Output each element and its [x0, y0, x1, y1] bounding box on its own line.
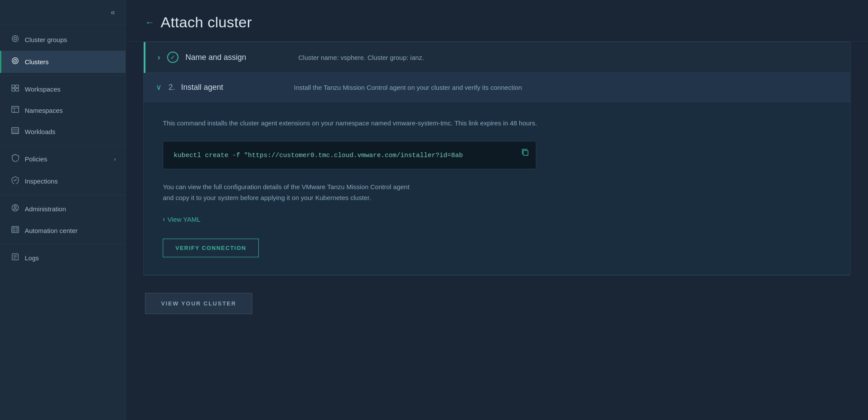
sidebar-item-workspaces-label: Workspaces — [25, 85, 60, 93]
namespaces-icon — [11, 106, 20, 115]
svg-rect-22 — [16, 230, 18, 231]
step2-number: 2. — [168, 83, 175, 92]
sidebar-item-cluster-groups[interactable]: Cluster groups — [0, 29, 125, 51]
policies-arrow-icon: › — [114, 156, 116, 162]
svg-rect-20 — [16, 228, 18, 229]
workloads-icon — [11, 127, 20, 136]
sidebar-item-workloads[interactable]: Workloads — [0, 121, 125, 142]
sidebar-item-namespaces-label: Namespaces — [25, 107, 63, 114]
sidebar: « Cluster groups Clusters — [0, 0, 126, 420]
step1-row[interactable]: › ✓ Name and assign Cluster name: vspher… — [144, 42, 850, 73]
workspaces-icon — [11, 85, 20, 94]
step2-body-description: This command installs the cluster agent … — [163, 118, 640, 129]
cluster-groups-icon — [11, 35, 20, 45]
step2-label: Install agent — [181, 83, 277, 92]
collapse-sidebar-button[interactable]: « — [107, 6, 119, 19]
sidebar-item-automation-center[interactable]: Automation center — [0, 220, 125, 241]
step2-description: Install the Tanzu Mission Control agent … — [294, 84, 522, 91]
main-content: ← Attach cluster › ✓ Name and assign Clu… — [126, 0, 868, 420]
step1-indicator-bar — [144, 42, 145, 73]
sidebar-item-administration[interactable]: Administration — [0, 198, 125, 220]
sidebar-divider-3 — [0, 195, 125, 195]
svg-rect-7 — [12, 89, 15, 91]
step1-wrapper: › ✓ Name and assign Cluster name: vspher… — [144, 42, 850, 73]
step2-wrapper: ∨ 2. Install agent Install the Tanzu Mis… — [144, 73, 850, 275]
sidebar-nav: Cluster groups Clusters — [0, 25, 125, 420]
code-box: kubectl create -f "https://customer0.tmc… — [163, 141, 536, 169]
step2-full-config-text: You can view the full configuration deta… — [163, 181, 640, 203]
sidebar-item-logs-label: Logs — [25, 254, 39, 262]
step2-toggle-icon: ∨ — [156, 82, 162, 92]
sidebar-item-administration-label: Administration — [25, 205, 66, 213]
view-yaml-link[interactable]: › View YAML — [163, 216, 831, 223]
page-title: Attach cluster — [161, 14, 252, 31]
copy-icon[interactable] — [521, 148, 529, 158]
kubectl-command: kubectl create -f "https://customer0.tmc… — [174, 152, 463, 159]
step1-label: Name and assign — [185, 53, 281, 62]
sidebar-item-inspections-label: Inspections — [25, 177, 58, 185]
policies-icon — [11, 154, 20, 164]
sidebar-item-clusters-label: Clusters — [25, 58, 49, 66]
yaml-arrow-icon: › — [163, 216, 165, 223]
sidebar-item-policies[interactable]: Policies › — [0, 148, 125, 170]
view-cluster-button[interactable]: VIEW YOUR CLUSTER — [145, 293, 252, 314]
step1-check-icon: ✓ — [170, 54, 175, 61]
yaml-link-label: View YAML — [168, 216, 201, 223]
svg-rect-27 — [523, 151, 528, 155]
svg-rect-19 — [13, 228, 15, 229]
svg-rect-5 — [12, 85, 15, 88]
svg-point-17 — [14, 206, 17, 208]
step2-body: This command installs the cluster agent … — [144, 102, 850, 275]
sidebar-item-automation-center-label: Automation center — [25, 227, 78, 234]
sidebar-divider-4 — [0, 244, 125, 244]
inspections-icon — [11, 176, 20, 186]
sidebar-item-clusters[interactable]: Clusters — [0, 51, 125, 73]
svg-point-0 — [12, 36, 18, 42]
sidebar-item-inspections[interactable]: Inspections — [0, 170, 125, 192]
sidebar-item-namespaces[interactable]: Namespaces — [0, 100, 125, 121]
svg-rect-21 — [13, 230, 15, 231]
sidebar-divider-1 — [0, 75, 125, 76]
steps-container: › ✓ Name and assign Cluster name: vspher… — [143, 42, 851, 276]
automation-center-icon — [11, 226, 20, 235]
sidebar-item-policies-label: Policies — [25, 155, 47, 163]
svg-rect-8 — [16, 89, 19, 91]
sidebar-divider-2 — [0, 145, 125, 145]
administration-icon — [11, 204, 20, 214]
page-header: ← Attach cluster — [126, 0, 868, 42]
sidebar-item-logs[interactable]: Logs — [0, 247, 125, 269]
sidebar-collapse-section: « — [0, 0, 125, 25]
step1-toggle-icon: › — [158, 53, 160, 62]
logs-icon — [11, 253, 20, 263]
svg-point-4 — [15, 60, 16, 61]
verify-connection-button[interactable]: VERIFY CONNECTION — [163, 239, 259, 257]
svg-rect-9 — [12, 106, 19, 112]
svg-rect-6 — [16, 85, 19, 88]
step2-row[interactable]: ∨ 2. Install agent Install the Tanzu Mis… — [144, 73, 850, 102]
sidebar-item-cluster-groups-label: Cluster groups — [25, 36, 67, 43]
back-button[interactable]: ← — [145, 17, 155, 28]
step1-description: Cluster name: vsphere. Cluster group: ia… — [298, 54, 424, 61]
svg-point-1 — [14, 37, 17, 40]
view-cluster-section: VIEW YOUR CLUSTER — [126, 276, 868, 331]
sidebar-item-workloads-label: Workloads — [25, 128, 56, 135]
sidebar-item-workspaces[interactable]: Workspaces — [0, 79, 125, 100]
policies-left-group: Policies — [11, 154, 47, 164]
step1-status-icon: ✓ — [167, 52, 178, 63]
clusters-icon — [11, 57, 20, 67]
